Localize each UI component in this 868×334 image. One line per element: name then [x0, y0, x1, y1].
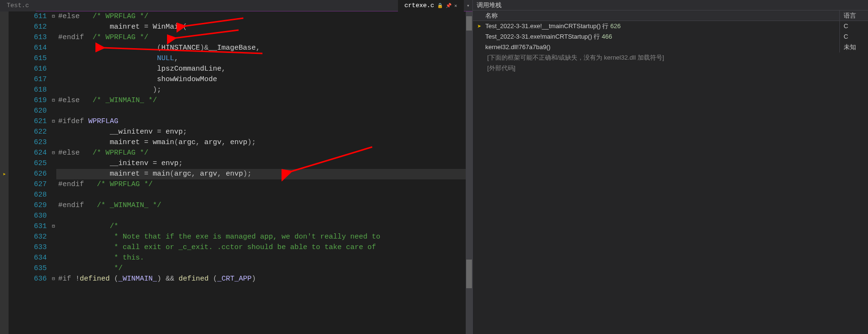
- current-line-arrow-icon: ➤: [3, 171, 6, 177]
- stack-frame: [外部代码]: [473, 63, 868, 73]
- callstack-header: 名称 语言: [473, 10, 868, 21]
- line-number: 614: [9, 43, 47, 53]
- code-line[interactable]: * call exit or _c_exit. .cctor should be…: [56, 242, 472, 253]
- line-number: 612: [9, 22, 47, 32]
- line-number: 623: [9, 137, 47, 148]
- col-name-header[interactable]: 名称: [473, 10, 839, 21]
- code-line[interactable]: mainret = WinMain(: [56, 22, 472, 32]
- tab-crtexe-c[interactable]: crtexe.c 🔒 📌 ✕: [398, 0, 464, 11]
- tab-test-c[interactable]: Test.c: [0, 0, 36, 11]
- code-line[interactable]: #else /* WPRFLAG */: [56, 148, 472, 158]
- code-line[interactable]: #if !defined (_WINMAIN_) && defined (_CR…: [56, 274, 472, 284]
- code-line[interactable]: #endif /* WPRFLAG */: [56, 179, 472, 190]
- line-number: 631: [9, 221, 47, 232]
- line-number-gutter: 6116126136146156166176186196206216226236…: [9, 11, 51, 334]
- fold-toggle[interactable]: ⊟: [51, 274, 56, 284]
- fold-toggle[interactable]: ⊟: [51, 148, 56, 158]
- frame-name: [外部代码]: [485, 63, 868, 73]
- close-icon[interactable]: ✕: [454, 3, 457, 9]
- line-number: 635: [9, 263, 47, 274]
- code-line[interactable]: mainret = main(argc, argv, envp);: [56, 169, 472, 179]
- code-line[interactable]: );: [56, 85, 472, 95]
- line-number: 616: [9, 64, 47, 74]
- code-line[interactable]: [56, 190, 472, 200]
- pin-icon[interactable]: 📌: [446, 3, 451, 9]
- line-number: 621: [9, 116, 47, 127]
- line-number: 619: [9, 95, 47, 106]
- stack-frame[interactable]: kernel32.dll!767a7ba9()未知: [473, 42, 868, 52]
- code-line[interactable]: __winitenv = envp;: [56, 127, 472, 137]
- frame-lang: C: [839, 31, 868, 42]
- code-line[interactable]: #ifdef WPRFLAG: [56, 116, 472, 127]
- line-number: 613: [9, 32, 47, 43]
- code-line[interactable]: #else /* WPRFLAG */: [56, 11, 472, 22]
- line-number: 628: [9, 190, 47, 200]
- line-number: 632: [9, 232, 47, 242]
- code-line[interactable]: __initenv = envp;: [56, 158, 472, 169]
- frame-lang: 未知: [839, 42, 868, 52]
- code-line[interactable]: * Note that if the exe is managed app, w…: [56, 232, 472, 242]
- editor-pane: Test.c crtexe.c 🔒 📌 ✕ ▾ ➤ 61161261361461…: [0, 0, 472, 334]
- frame-name: Test_2022-3-31.exe!mainCRTStartup() 行 46…: [485, 31, 839, 42]
- scrollbar-vertical[interactable]: [466, 11, 472, 334]
- chevron-down-icon: ▾: [467, 3, 470, 9]
- line-number: 618: [9, 85, 47, 95]
- code-line[interactable]: /*: [56, 221, 472, 232]
- fold-toggle[interactable]: ⊟: [51, 11, 56, 22]
- code-line[interactable]: showWindowMode: [56, 74, 472, 85]
- scroll-thumb[interactable]: [466, 260, 472, 288]
- code-line[interactable]: NULL,: [56, 53, 472, 64]
- frame-name: [下面的框架可能不正确和/或缺失，没有为 kernel32.dll 加载符号]: [485, 52, 868, 63]
- fold-toggle[interactable]: ⊟: [51, 95, 56, 106]
- line-number: 627: [9, 179, 47, 190]
- col-lang-header[interactable]: 语言: [839, 10, 868, 21]
- fold-toggle[interactable]: ⊟: [51, 116, 56, 127]
- tab-bar: Test.c crtexe.c 🔒 📌 ✕ ▾: [0, 0, 472, 11]
- line-number: 625: [9, 158, 47, 169]
- code-line[interactable]: mainret = wmain(argc, argv, envp);: [56, 137, 472, 148]
- line-number: 611: [9, 11, 47, 22]
- line-number: 624: [9, 148, 47, 158]
- line-number: 622: [9, 127, 47, 137]
- code-line[interactable]: * this.: [56, 253, 472, 263]
- code-line[interactable]: [56, 211, 472, 221]
- line-number: 629: [9, 200, 47, 211]
- fold-toggle[interactable]: ⊟: [51, 221, 56, 232]
- frame-name: Test_2022-3-31.exe!__tmainCRTStartup() 行…: [485, 21, 839, 31]
- scroll-marker: [466, 16, 472, 31]
- line-number: 626: [9, 169, 47, 179]
- callstack-panel: 调用堆栈 名称 语言 ➤Test_2022-3-31.exe!__tmainCR…: [472, 0, 868, 334]
- callstack-title: 调用堆栈: [473, 0, 868, 10]
- stack-frame[interactable]: ➤Test_2022-3-31.exe!__tmainCRTStartup() …: [473, 21, 868, 31]
- line-number: 634: [9, 253, 47, 263]
- current-frame-arrow-icon: ➤: [473, 21, 485, 31]
- line-number: 630: [9, 211, 47, 221]
- code-text[interactable]: #else /* WPRFLAG */ mainret = WinMain(#e…: [56, 11, 472, 334]
- code-line[interactable]: (HINSTANCE)&__ImageBase,: [56, 43, 472, 53]
- line-number: 633: [9, 242, 47, 253]
- lock-icon: 🔒: [437, 3, 443, 9]
- stack-frame[interactable]: Test_2022-3-31.exe!mainCRTStartup() 行 46…: [473, 31, 868, 42]
- line-number: 636: [9, 274, 47, 284]
- line-number: 615: [9, 53, 47, 64]
- callstack-rows: ➤Test_2022-3-31.exe!__tmainCRTStartup() …: [473, 21, 868, 334]
- code-line[interactable]: #else /* _WINMAIN_ */: [56, 95, 472, 106]
- line-number: 620: [9, 106, 47, 116]
- code-line[interactable]: #endif /* WPRFLAG */: [56, 32, 472, 43]
- tab-dropdown[interactable]: ▾: [464, 0, 472, 11]
- code-line[interactable]: lpszCommandLine,: [56, 64, 472, 74]
- code-area[interactable]: ➤ 61161261361461561661761861962062162262…: [0, 11, 472, 334]
- line-number: 617: [9, 74, 47, 85]
- code-line[interactable]: */: [56, 263, 472, 274]
- breakpoint-margin[interactable]: ➤: [0, 11, 9, 334]
- code-line[interactable]: [56, 106, 472, 116]
- frame-name: kernel32.dll!767a7ba9(): [485, 42, 839, 52]
- fold-column[interactable]: ⊟⊟⊟⊟⊟⊟: [51, 11, 56, 334]
- stack-frame: [下面的框架可能不正确和/或缺失，没有为 kernel32.dll 加载符号]: [473, 52, 868, 63]
- code-line[interactable]: #endif /* _WINMAIN_ */: [56, 200, 472, 211]
- frame-lang: C: [839, 21, 868, 31]
